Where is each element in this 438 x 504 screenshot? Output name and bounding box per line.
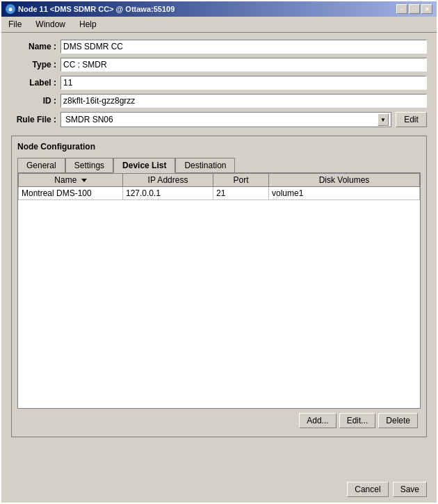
title-bar: ● Node 11 <DMS SDMR CC> @ Ottawa:55109 ─… xyxy=(1,1,437,17)
tab-destination[interactable]: Destination xyxy=(175,158,235,173)
content-area: Name : Type : Label : ID : Rule File : S… xyxy=(1,33,437,476)
cell-ip: 127.0.0.1 xyxy=(123,187,213,200)
name-row: Name : xyxy=(11,40,427,54)
rule-file-edit-button[interactable]: Edit xyxy=(396,112,427,127)
rule-file-select[interactable]: SMDR SN06 ▼ xyxy=(60,112,391,127)
rule-file-row: Rule File : SMDR SN06 ▼ Edit xyxy=(11,112,427,127)
rule-file-dropdown-arrow[interactable]: ▼ xyxy=(378,113,389,126)
cancel-button[interactable]: Cancel xyxy=(347,482,388,497)
cell-name: Montreal DMS-100 xyxy=(19,187,123,200)
rule-file-label: Rule File : xyxy=(11,115,56,124)
type-row: Type : xyxy=(11,58,427,72)
main-window: ● Node 11 <DMS SDMR CC> @ Ottawa:55109 ─… xyxy=(0,0,438,504)
col-header-port: Port xyxy=(213,174,269,187)
menu-help[interactable]: Help xyxy=(75,18,101,31)
menu-file[interactable]: File xyxy=(4,18,26,31)
cell-disk: volume1 xyxy=(269,187,420,200)
label-label: Label : xyxy=(11,78,56,88)
menu-window[interactable]: Window xyxy=(31,18,70,31)
sort-icon xyxy=(81,179,87,182)
delete-button[interactable]: Delete xyxy=(378,413,418,428)
tab-device-list[interactable]: Device List xyxy=(113,158,175,173)
device-table: Name IP Address Port Disk Volumes xyxy=(18,173,420,200)
window-icon: ● xyxy=(6,4,15,14)
name-input[interactable] xyxy=(60,40,427,54)
close-button[interactable]: ✕ xyxy=(421,4,432,14)
tab-settings[interactable]: Settings xyxy=(65,158,113,173)
title-bar-left: ● Node 11 <DMS SDMR CC> @ Ottawa:55109 xyxy=(6,4,175,14)
minimize-button[interactable]: ─ xyxy=(396,4,407,14)
col-header-disk: Disk Volumes xyxy=(269,174,420,187)
id-label: ID : xyxy=(11,96,56,106)
table-row[interactable]: Montreal DMS-100 127.0.0.1 21 volume1 xyxy=(19,187,420,200)
label-input[interactable] xyxy=(60,76,427,90)
name-label: Name : xyxy=(11,42,56,51)
col-header-name[interactable]: Name xyxy=(19,174,123,187)
cell-port: 21 xyxy=(213,187,269,200)
tab-bar: General Settings Device List Destination xyxy=(17,157,421,172)
node-config-title: Node Configuration xyxy=(17,142,421,152)
table-actions: Add... Edit... Delete xyxy=(17,409,421,431)
id-row: ID : xyxy=(11,94,427,108)
maximize-button[interactable]: □ xyxy=(409,4,420,14)
window-title: Node 11 <DMS SDMR CC> @ Ottawa:55109 xyxy=(18,5,175,13)
tab-general[interactable]: General xyxy=(17,158,65,173)
footer: Cancel Save xyxy=(1,476,437,503)
rule-file-value: SMDR SN06 xyxy=(63,114,378,125)
type-label: Type : xyxy=(11,60,56,70)
add-button[interactable]: Add... xyxy=(299,413,336,428)
title-buttons: ─ □ ✕ xyxy=(396,4,432,14)
col-header-ip: IP Address xyxy=(123,174,213,187)
node-config-panel: Node Configuration General Settings Devi… xyxy=(11,136,427,437)
id-input[interactable] xyxy=(60,94,427,108)
label-row: Label : xyxy=(11,76,427,90)
tab-content: Name IP Address Port Disk Volumes xyxy=(17,172,421,409)
menu-bar: File Window Help xyxy=(1,17,437,33)
edit-device-button[interactable]: Edit... xyxy=(339,413,376,428)
type-input[interactable] xyxy=(60,58,427,72)
save-button[interactable]: Save xyxy=(393,482,427,497)
